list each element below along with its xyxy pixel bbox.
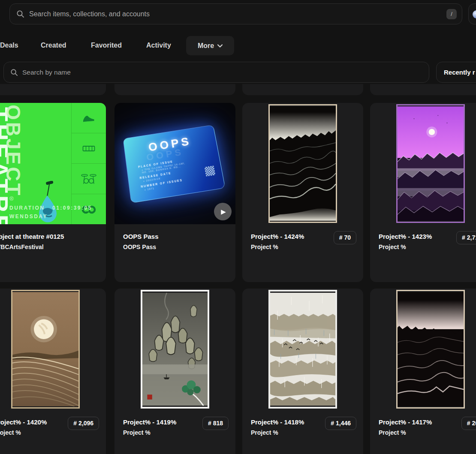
ticket-icon [81, 142, 96, 155]
nft-card-project-1417[interactable]: Project% - 1417% Project % # 20 [370, 289, 476, 454]
card-subtitle: #TBCArtsFestival [0, 244, 44, 250]
card-title: Project% - 1423% [379, 233, 432, 240]
search-icon [16, 10, 24, 18]
card-title: Project% - 1417% [379, 418, 432, 426]
ridge-art-pink [396, 290, 465, 409]
tab-created[interactable]: Created [41, 42, 66, 49]
card-subtitle: Project % [379, 429, 406, 436]
avatar [473, 10, 476, 18]
token-id-badge: # 70 [334, 231, 356, 244]
object-vertical-text: OBJECT [3, 105, 23, 198]
ridge-art-dark [268, 104, 337, 223]
slash-shortcut-key: / [446, 9, 457, 19]
drum-kit-icon [81, 172, 96, 186]
token-id-badge: # 20 [461, 417, 476, 430]
card-subtitle: OOPS Pass [123, 244, 156, 250]
card-subtitle: Project % [251, 429, 278, 436]
token-id-badge: # 2,096 [68, 417, 99, 430]
name-search-input[interactable] [22, 69, 423, 76]
project-1417-artwork [370, 289, 476, 410]
search-icon [10, 69, 18, 76]
sepia-moon-wave-art [11, 290, 80, 409]
play-icon: ▶ [221, 208, 226, 216]
card-stub[interactable] [0, 84, 106, 95]
nft-card-project-1424[interactable]: Project% - 1424% Project % # 70 [242, 103, 363, 282]
nft-card-oops-pass[interactable]: OOPS OOPS PLACE OF ISSUE + THE ILLUME TA… [114, 103, 235, 282]
card-title: Project% - 1419% [123, 418, 176, 426]
nft-card-project-1420[interactable]: Project% - 1420% Project % # 2,096 [0, 289, 106, 454]
card-subtitle: Project % [251, 244, 278, 250]
nft-card-project-1418[interactable]: Project% - 1418% Project % # 1,446 [242, 289, 363, 454]
object-theatre-artwork: THEATRE OBJECT ® DURATION 01:09:39:05 WE… [0, 103, 106, 224]
card-subtitle: Project % [379, 244, 406, 250]
nft-card-project-1419[interactable]: Project% - 1419% Project % # 818 [114, 289, 235, 454]
card-stub[interactable] [370, 84, 476, 95]
card-title: OOPS Pass [123, 233, 159, 240]
nft-card-object-theatre[interactable]: THEATRE OBJECT ® DURATION 01:09:39:05 WE… [0, 103, 106, 282]
global-search-bar[interactable]: / [9, 3, 462, 24]
global-search-input[interactable] [29, 10, 446, 18]
band-landscape-art [268, 290, 337, 409]
purple-mountains-art [396, 104, 465, 223]
tab-more[interactable]: More [186, 36, 234, 55]
tab-activity[interactable]: Activity [146, 42, 171, 49]
card-stub[interactable] [242, 84, 363, 95]
oops-pass-artwork: OOPS OOPS PLACE OF ISSUE + THE ILLUME TA… [114, 103, 235, 224]
sort-dropdown[interactable]: Recently r [436, 62, 476, 83]
project-1418-artwork [242, 289, 363, 410]
sort-label: Recently r [444, 69, 475, 76]
chevron-down-icon [217, 44, 223, 48]
play-button[interactable]: ▶ [214, 203, 232, 220]
tab-more-label: More [198, 42, 214, 50]
tab-deals[interactable]: Deals [0, 42, 18, 49]
card-title: Project% - 1420% [0, 418, 47, 426]
oops-ticket-graphic: OOPS OOPS PLACE OF ISSUE + THE ILLUME TA… [123, 125, 225, 203]
tab-favorited[interactable]: Favorited [91, 42, 122, 49]
object-meta-text: ® DURATION 01:09:39:05 WENDSDAY [9, 195, 92, 219]
card-title: Object at theatre #0125 [0, 233, 64, 240]
card-title: Project% - 1424% [251, 233, 304, 240]
card-title: Project% - 1418% [251, 418, 304, 426]
project-1424-artwork [242, 103, 363, 224]
nft-card-project-1423[interactable]: Project% - 1423% Project % # 2,71 [370, 103, 476, 282]
token-id-badge: # 2,71 [456, 231, 476, 244]
project-1423-artwork [370, 103, 476, 224]
token-id-badge: # 1,446 [325, 417, 356, 430]
nft-marketplace-screen: / Deals Created Favorited Activity More … [0, 0, 476, 454]
registered-mark: ® [9, 195, 92, 202]
card-subtitle: Project % [0, 429, 21, 436]
header-account-button[interactable] [468, 3, 476, 24]
card-stub[interactable] [114, 84, 235, 95]
token-id-badge: # 818 [202, 417, 229, 430]
project-1419-artwork [114, 289, 235, 410]
sneaker-icon [81, 111, 96, 124]
project-1420-artwork [0, 289, 106, 410]
qr-code [205, 165, 216, 176]
ink-mountains-art [141, 290, 209, 409]
name-search-bar[interactable] [3, 62, 429, 83]
card-subtitle: Project % [123, 429, 151, 436]
